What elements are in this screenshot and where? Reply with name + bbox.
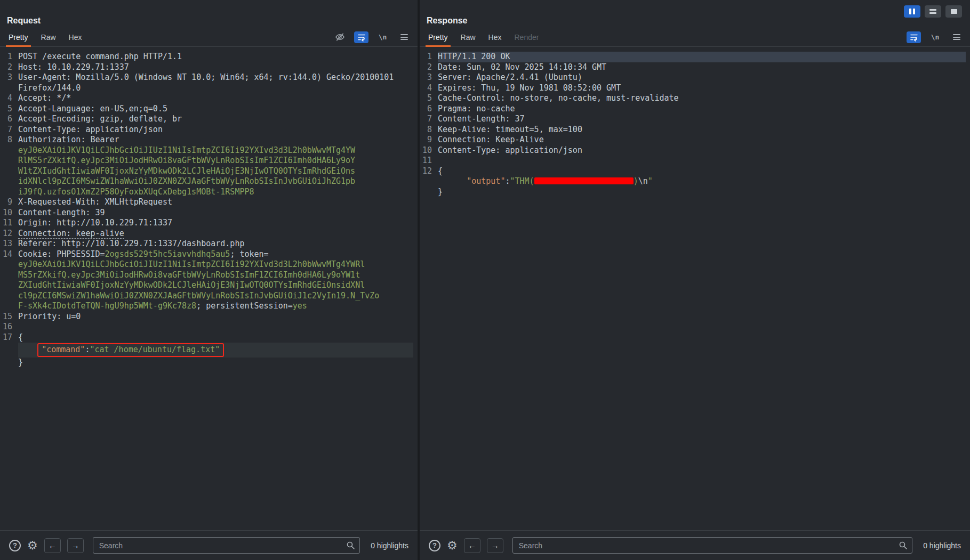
line-number: 7 [420,114,438,125]
code-line: 17{ "command":"cat /home/ubuntu/flag.txt… [0,332,413,368]
code-line: 12Connection: keep-alive [0,229,413,239]
editor-menu-icon[interactable] [949,31,964,43]
previous-match-button[interactable]: ← [464,538,480,553]
code-line: 14Cookie: PHPSESSID=2ogsds529t5hc5iavvhd… [0,249,413,312]
request-pane: Request PrettyRawHex \n 1POST /execute_c… [0,0,418,560]
code-line: 6Accept-Encoding: gzip, deflate, br [0,114,413,125]
line-number: 8 [0,135,18,197]
layout-controls [904,5,962,18]
search-settings-gear-icon[interactable]: ⚙ [447,540,458,551]
code-line: 2Host: 10.10.229.71:1337 [0,62,413,73]
code-line: 3Server: Apache/2.4.41 (Ubuntu) [420,72,966,83]
line-number: 9 [420,135,438,145]
help-icon[interactable]: ? [9,540,21,551]
search-field [93,537,360,554]
response-pane: Response PrettyRawHexRender \n 1HTTP/1.1… [420,0,970,560]
next-match-button[interactable]: → [67,538,84,553]
response-editor[interactable]: 1HTTP/1.1 200 OK2Date: Sun, 02 Nov 2025 … [420,47,970,530]
line-number: 1 [420,52,438,62]
line-number: 11 [0,218,18,229]
response-tabbar: PrettyRawHexRender \n [420,30,970,47]
code-line: 16 [0,322,413,332]
code-line: 11Origin: http://10.10.229.71:1337 [0,218,413,229]
code-line: 7Content-Length: 37 [420,114,966,125]
response-pane-title: Response [427,16,970,26]
tab-hex[interactable]: Hex [482,30,508,46]
request-editor[interactable]: 1POST /execute_command.php HTTP/1.12Host… [0,47,418,530]
line-number: 2 [0,62,18,73]
single-layout-button[interactable] [945,5,962,18]
line-number: 1 [0,52,18,62]
code-line: 1POST /execute_command.php HTTP/1.1 [0,52,413,62]
single-layout-icon [951,9,957,14]
search-field [512,537,912,554]
line-number: 3 [420,72,438,83]
line-number: 12 [0,229,18,239]
code-line: 10Content-Length: 39 [0,208,413,218]
code-line: 4Accept: */* [0,93,413,104]
code-line: 13Referer: http://10.10.229.71:1337/dash… [0,239,413,249]
line-number: 10 [420,145,438,156]
request-tabbar: PrettyRawHex \n [0,30,418,47]
code-line: 12{ "output":"THM()\n"} [420,166,966,198]
tab-pretty[interactable]: Pretty [2,30,35,46]
line-number: 4 [420,83,438,94]
search-settings-gear-icon[interactable]: ⚙ [27,540,38,551]
code-line: 1HTTP/1.1 200 OK [420,52,966,62]
tab-raw[interactable]: Raw [454,30,482,46]
code-line: 15Priority: u=0 [0,312,413,322]
line-number: 12 [420,166,438,198]
code-line: 2Date: Sun, 02 Nov 2025 14:10:34 GMT [420,62,966,73]
code-line: 8Keep-Alive: timeout=5, max=100 [420,125,966,135]
code-line: 3User-Agent: Mozilla/5.0 (Windows NT 10.… [0,72,413,93]
code-line: 8Authorization: BearereyJ0eXAiOiJKV1QiLC… [0,135,413,197]
rows-layout-button[interactable] [925,5,941,18]
line-number: 17 [0,332,18,368]
annotation-box: "command":"cat /home/ubuntu/flag.txt" [37,343,224,357]
line-number: 5 [0,104,18,115]
next-match-button[interactable]: → [487,538,503,553]
line-number: 6 [420,104,438,115]
line-number: 3 [0,72,18,93]
eye-off-icon[interactable] [333,31,347,43]
code-line: 9Connection: Keep-Alive [420,135,966,145]
code-line: 11 [420,156,966,166]
search-input[interactable] [512,537,912,554]
line-number: 13 [0,239,18,249]
response-editor-icons: \n [907,31,964,45]
tab-hex[interactable]: Hex [62,30,89,46]
response-search-bar: ? ⚙ ← → 0 highlights [420,530,970,560]
code-line: 9X-Requested-With: XMLHttpRequest [0,197,413,208]
repeater-message-editor: Request PrettyRawHex \n 1POST /execute_c… [0,0,970,560]
tab-pretty[interactable]: Pretty [422,30,454,46]
code-line: 4Expires: Thu, 19 Nov 1981 08:52:00 GMT [420,83,966,94]
tab-raw[interactable]: Raw [35,30,62,46]
help-icon[interactable]: ? [429,540,440,551]
columns-layout-icon [909,9,911,14]
line-number: 14 [0,249,18,312]
code-line: 5Accept-Language: en-US,en;q=0.5 [0,104,413,115]
highlights-count: 0 highlights [371,541,408,550]
line-number: 7 [0,125,18,135]
request-search-bar: ? ⚙ ← → 0 highlights [0,530,418,560]
line-number: 2 [420,62,438,73]
highlights-count: 0 highlights [923,541,961,550]
code-line: 7Content-Type: application/json [0,125,413,135]
request-editor-icons: \n [333,31,411,45]
redacted-flag-value [534,177,634,184]
newline-chars-icon[interactable]: \n [375,31,390,43]
previous-match-button[interactable]: ← [44,538,61,553]
columns-layout-button[interactable] [904,5,920,18]
soft-wrap-icon[interactable] [907,31,921,43]
line-number: 10 [0,208,18,218]
soft-wrap-icon[interactable] [354,31,368,43]
request-tabs: PrettyRawHex [2,30,89,46]
editor-menu-icon[interactable] [397,31,411,43]
code-line: 10Content-Type: application/json [420,145,966,156]
line-number: 11 [420,156,438,166]
code-line: 6Pragma: no-cache [420,104,966,115]
line-number: 4 [0,93,18,104]
search-input[interactable] [93,537,360,554]
newline-chars-icon[interactable]: \n [928,31,942,43]
tab-render: Render [508,30,546,46]
